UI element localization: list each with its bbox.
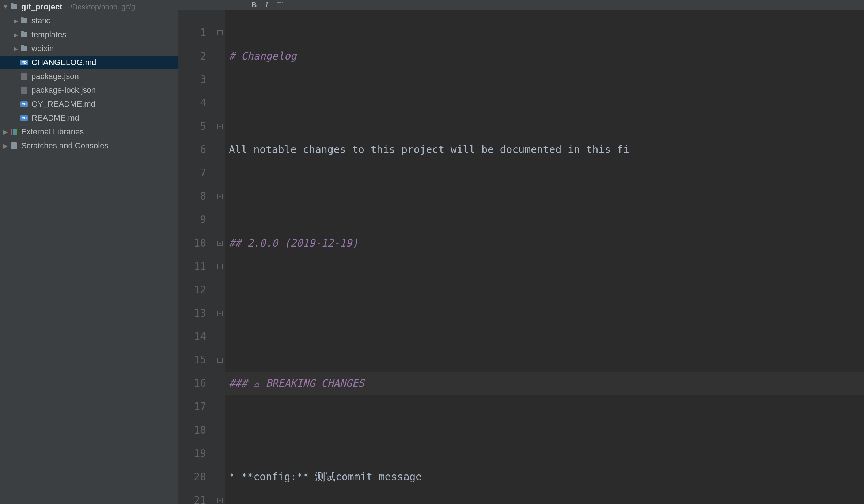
tree-item-static[interactable]: ▶ static bbox=[0, 14, 178, 28]
line-number: 9 bbox=[178, 208, 206, 232]
editor-content[interactable]: # Changelog All notable changes to this … bbox=[225, 10, 864, 504]
line-number: 15 bbox=[178, 348, 206, 372]
code-line bbox=[225, 91, 864, 115]
code-line bbox=[225, 278, 864, 302]
line-number: 21 bbox=[178, 489, 206, 504]
fold-marker[interactable]: − bbox=[215, 489, 225, 504]
markdown-file-icon: MD bbox=[19, 115, 29, 121]
tree-item-label: CHANGELOG.md bbox=[31, 58, 96, 67]
tree-item-changelog[interactable]: MD CHANGELOG.md bbox=[0, 56, 178, 69]
tree-scratches[interactable]: ▶ Scratches and Consoles bbox=[0, 139, 178, 153]
markdown-toolbar: B I bbox=[178, 0, 864, 10]
fold-marker[interactable]: − bbox=[215, 115, 225, 138]
json-file-icon bbox=[19, 73, 29, 80]
tree-root[interactable]: ▼ git_project ~/Desktop/hono_git/g bbox=[0, 0, 178, 14]
chevron-right-icon[interactable]: ▶ bbox=[12, 31, 19, 38]
line-number: 12 bbox=[178, 278, 206, 302]
fold-marker[interactable]: − bbox=[215, 255, 225, 278]
fold-marker[interactable]: − bbox=[215, 185, 225, 208]
markdown-file-icon: MD bbox=[19, 101, 29, 107]
fold-marker[interactable]: − bbox=[215, 302, 225, 325]
line-number: 3 bbox=[178, 68, 206, 91]
line-number: 8 bbox=[178, 185, 206, 208]
line-number: 10 bbox=[178, 232, 206, 255]
folder-icon bbox=[19, 18, 29, 23]
line-number: 4 bbox=[178, 91, 206, 115]
tree-item-label: QY_README.md bbox=[31, 99, 95, 109]
tree-item-weixin[interactable]: ▶ weixin bbox=[0, 42, 178, 56]
code-line: All notable changes to this project will… bbox=[225, 138, 864, 161]
line-number: 11 bbox=[178, 255, 206, 278]
tree-item-label: static bbox=[31, 16, 50, 26]
tree-item-label: package.json bbox=[31, 72, 79, 81]
codeblock-button[interactable] bbox=[277, 2, 283, 8]
fold-marker[interactable]: − bbox=[215, 21, 225, 45]
tree-item-label: package-lock.json bbox=[31, 85, 96, 95]
line-number: 20 bbox=[178, 465, 206, 489]
app-root: ▼ git_project ~/Desktop/hono_git/g ▶ sta… bbox=[0, 0, 864, 504]
tree-item-package[interactable]: package.json bbox=[0, 69, 178, 83]
folder-icon bbox=[19, 46, 29, 51]
tree-item-label: templates bbox=[31, 30, 66, 39]
line-number: 19 bbox=[178, 442, 206, 465]
tree-item-qyreadme[interactable]: MD QY_README.md bbox=[0, 97, 178, 111]
line-number: 17 bbox=[178, 395, 206, 419]
tree-item-packagelock[interactable]: package-lock.json bbox=[0, 83, 178, 97]
code-editor[interactable]: 1 2 3 4 5 6 7 8 9 10 11 12 13 14 15 16 1… bbox=[178, 10, 864, 504]
scratches-icon bbox=[9, 142, 19, 149]
chevron-right-icon[interactable]: ▶ bbox=[2, 142, 9, 149]
root-path-hint: ~/Desktop/hono_git/g bbox=[66, 3, 135, 11]
markdown-file-icon: MD bbox=[19, 60, 29, 65]
tree-item-label: Scratches and Consoles bbox=[21, 141, 108, 150]
json-file-icon bbox=[19, 87, 29, 94]
tree-external-libraries[interactable]: ▶ External Libraries bbox=[0, 125, 178, 139]
root-name: git_project bbox=[21, 2, 62, 12]
editor-area: B I 1 2 3 4 5 6 7 8 9 10 11 12 13 14 15 bbox=[178, 0, 864, 504]
code-line: # Changelog bbox=[225, 45, 864, 68]
fold-marker[interactable]: − bbox=[215, 232, 225, 255]
folder-icon bbox=[19, 32, 29, 37]
fold-marker[interactable]: − bbox=[215, 348, 225, 372]
code-line: ## 2.0.0 (2019-12-19) bbox=[225, 232, 864, 255]
line-number: 5 bbox=[178, 115, 206, 138]
tree-item-label: External Libraries bbox=[21, 127, 84, 137]
code-line: * **config:** 测试commit message bbox=[225, 465, 864, 489]
italic-button[interactable]: I bbox=[265, 1, 268, 9]
chevron-right-icon[interactable]: ▶ bbox=[2, 129, 9, 135]
code-line bbox=[225, 419, 864, 442]
line-number-gutter: 1 2 3 4 5 6 7 8 9 10 11 12 13 14 15 16 1… bbox=[178, 10, 215, 504]
line-number: 2 bbox=[178, 45, 206, 68]
code-line bbox=[225, 185, 864, 208]
line-number: 1 bbox=[178, 21, 206, 45]
library-icon bbox=[9, 129, 19, 135]
fold-gutter: − − − − − − − − bbox=[215, 10, 225, 504]
chevron-right-icon[interactable]: ▶ bbox=[12, 18, 19, 24]
line-number: 18 bbox=[178, 419, 206, 442]
chevron-down-icon[interactable]: ▼ bbox=[2, 4, 9, 10]
line-number: 14 bbox=[178, 325, 206, 348]
line-number: 16 bbox=[178, 372, 206, 395]
chevron-right-icon[interactable]: ▶ bbox=[12, 45, 19, 52]
line-number: 13 bbox=[178, 302, 206, 325]
tree-item-readme[interactable]: MD README.md bbox=[0, 111, 178, 125]
line-number: 7 bbox=[178, 161, 206, 185]
tree-item-templates[interactable]: ▶ templates bbox=[0, 28, 178, 42]
bold-button[interactable]: B bbox=[251, 1, 257, 9]
project-sidebar[interactable]: ▼ git_project ~/Desktop/hono_git/g ▶ sta… bbox=[0, 0, 178, 504]
code-line bbox=[225, 325, 864, 348]
folder-icon bbox=[9, 4, 19, 9]
tree-item-label: weixin bbox=[31, 44, 54, 53]
code-line: ### ⚠ BREAKING CHANGES bbox=[225, 372, 864, 395]
tree-item-label: README.md bbox=[31, 113, 79, 123]
line-number: 6 bbox=[178, 138, 206, 161]
